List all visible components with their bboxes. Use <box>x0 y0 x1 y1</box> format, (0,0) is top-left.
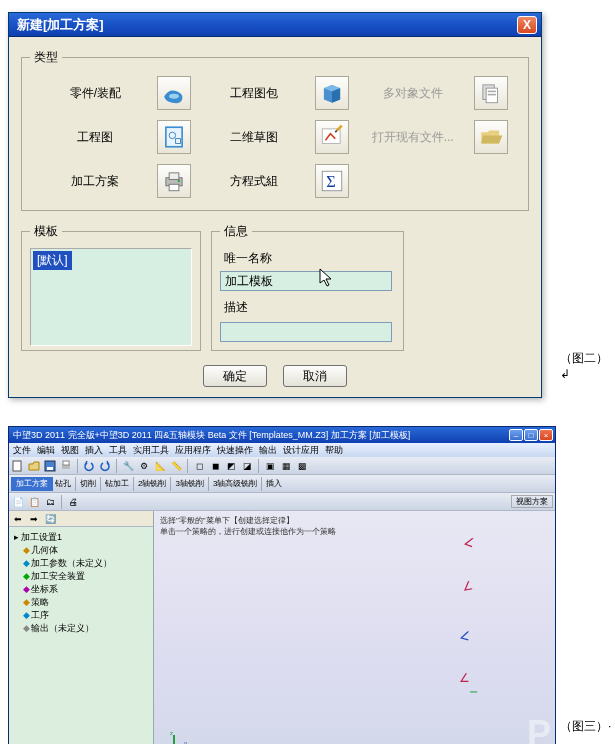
sketch2d-icon-button[interactable] <box>315 120 349 154</box>
tree-item[interactable]: ◆加工安全装置 <box>11 570 151 583</box>
sketch-icon <box>319 124 345 150</box>
left-toolbar: ⬅ ➡ 🔄 <box>9 511 153 527</box>
view1-icon[interactable]: ◻ <box>192 459 206 473</box>
close-button[interactable]: X <box>517 16 537 34</box>
unique-name-input[interactable] <box>220 271 392 291</box>
tool3-icon[interactable]: 📐 <box>153 459 167 473</box>
feature-tree[interactable]: ▸加工设置1 ◆几何体 ◆加工参数（未定义） ◆加工安全装置 ◆坐标系 ◆策略 … <box>9 527 153 744</box>
sigma-icon: Σ <box>319 168 345 194</box>
left-panel: ⬅ ➡ 🔄 ▸加工设置1 ◆几何体 ◆加工参数（未定义） ◆加工安全装置 ◆坐标… <box>9 511 154 744</box>
tree-item[interactable]: ◆输出（未定义） <box>11 622 151 635</box>
tab-drill[interactable]: 钻孔 <box>55 478 71 489</box>
tool-icon[interactable]: 🔧 <box>121 459 135 473</box>
lt-icon-2[interactable]: ➡ <box>27 512 41 526</box>
tab-2axis[interactable]: 2轴铣削 <box>138 478 166 489</box>
new-dialog: 新建[加工方案] X 类型 零件/装配 工程图包 多对象文件 <box>8 12 542 398</box>
menu-edit[interactable]: 编辑 <box>37 444 55 457</box>
tab-drill2[interactable]: 钻加工 <box>105 478 129 489</box>
app-title: 中望3D 2011 完全版+中望3D 2011 四&五轴模块 Beta 文件 [… <box>13 429 410 442</box>
template-list[interactable]: [默认] <box>30 248 192 346</box>
toolbar-main: 🔧 ⚙ 📐 📏 ◻ ◼ ◩ ◪ ▣ ▦ ▩ <box>9 457 555 475</box>
cube3-icon[interactable]: ▩ <box>295 459 309 473</box>
view4-icon[interactable]: ◪ <box>240 459 254 473</box>
svg-rect-19 <box>63 461 69 465</box>
sheet-icon <box>161 124 187 150</box>
open-existing-icon-button[interactable] <box>474 120 508 154</box>
tree-root[interactable]: ▸加工设置1 <box>11 531 151 544</box>
dialog-titlebar[interactable]: 新建[加工方案] X <box>9 13 541 37</box>
viewport-hint: 选择"零般的"菜单下【创建选择定律】 单击一个策略的，进行创建或连接他作为一个策… <box>160 515 336 537</box>
app-titlebar[interactable]: 中望3D 2011 完全版+中望3D 2011 四&五轴模块 Beta 文件 [… <box>9 427 555 443</box>
description-input[interactable] <box>220 322 392 342</box>
tree-item[interactable]: ◆策略 <box>11 596 151 609</box>
tab-insert[interactable]: 插入 <box>266 478 282 489</box>
cube2-icon[interactable]: ▦ <box>279 459 293 473</box>
tab-3axis-adv[interactable]: 3轴高级铣削 <box>213 478 257 489</box>
sec-icon-2[interactable]: 📋 <box>27 495 41 509</box>
minimize-button[interactable]: – <box>509 429 523 441</box>
view3-icon[interactable]: ◩ <box>224 459 238 473</box>
printer-icon <box>161 168 187 194</box>
tool2-icon[interactable]: ⚙ <box>137 459 151 473</box>
machining-icon-button[interactable] <box>157 164 191 198</box>
app-close-button[interactable]: × <box>539 429 553 441</box>
equation-icon-button[interactable]: Σ <box>315 164 349 198</box>
menu-tools[interactable]: 工具 <box>109 444 127 457</box>
dialog-title: 新建[加工方案] <box>17 16 104 34</box>
watermark: P <box>527 713 549 744</box>
sec-icon-4[interactable]: 🖨 <box>66 495 80 509</box>
cube1-icon[interactable]: ▣ <box>263 459 277 473</box>
tree-item[interactable]: ◆加工参数（未定义） <box>11 557 151 570</box>
template-legend: 模板 <box>30 223 62 240</box>
tree-item[interactable]: ◆坐标系 <box>11 583 151 596</box>
axis-marker-icon: ∠ <box>459 671 470 685</box>
files-icon <box>478 80 504 106</box>
info-group: 信息 唯一名称 描述 <box>211 223 404 351</box>
menu-insert[interactable]: 插入 <box>85 444 103 457</box>
redo-icon[interactable] <box>98 459 112 473</box>
menu-file[interactable]: 文件 <box>13 444 31 457</box>
sec-label[interactable]: 视图方案 <box>511 495 553 508</box>
lt-icon-3[interactable]: 🔄 <box>43 512 57 526</box>
menu-app[interactable]: 应用程序 <box>175 444 211 457</box>
part-icon-button[interactable] <box>157 76 191 110</box>
tab-3axis[interactable]: 3轴铣削 <box>175 478 203 489</box>
menu-design[interactable]: 设计应用 <box>283 444 319 457</box>
menu-view[interactable]: 视图 <box>61 444 79 457</box>
tree-item[interactable]: ◆几何体 <box>11 544 151 557</box>
print-icon[interactable] <box>59 459 73 473</box>
menu-quick[interactable]: 快速操作 <box>217 444 253 457</box>
viewport[interactable]: 选择"零般的"菜单下【创建选择定律】 单击一个策略的，进行创建或连接他作为一个策… <box>154 511 555 744</box>
view2-icon[interactable]: ◼ <box>208 459 222 473</box>
template-group: 模板 [默认] <box>21 223 201 351</box>
template-item-default[interactable]: [默认] <box>33 251 72 270</box>
save-icon[interactable] <box>43 459 57 473</box>
open-icon[interactable] <box>27 459 41 473</box>
menu-output[interactable]: 输出 <box>259 444 277 457</box>
axis-marker-icon: ∠ <box>458 628 472 644</box>
folder-open-icon <box>478 124 504 150</box>
menu-util[interactable]: 实用工具 <box>133 444 169 457</box>
svg-rect-17 <box>47 467 53 470</box>
lt-icon-1[interactable]: ⬅ <box>11 512 25 526</box>
svg-point-12 <box>177 180 179 182</box>
menu-help[interactable]: 帮助 <box>325 444 343 457</box>
sec-icon-3[interactable]: 🗂 <box>43 495 57 509</box>
multi-file-icon-button[interactable] <box>474 76 508 110</box>
info-legend: 信息 <box>220 223 252 240</box>
maximize-button[interactable]: □ <box>524 429 538 441</box>
sec-icon-1[interactable]: 📄 <box>11 495 25 509</box>
svg-rect-15 <box>13 461 21 471</box>
new-icon[interactable] <box>11 459 25 473</box>
axis-marker-icon: ∠ <box>462 534 477 551</box>
ok-button[interactable]: 确定 <box>203 365 267 387</box>
tab-cut[interactable]: 切削 <box>80 478 96 489</box>
tool4-icon[interactable]: 📏 <box>169 459 183 473</box>
drawing-pkg-icon-button[interactable] <box>315 76 349 110</box>
tab-machining[interactable]: 加工方案 <box>11 477 53 491</box>
undo-icon[interactable] <box>82 459 96 473</box>
cancel-button[interactable]: 取消 <box>283 365 347 387</box>
tree-item[interactable]: ◆工序 <box>11 609 151 622</box>
svg-rect-4 <box>488 94 496 96</box>
drawing-icon-button[interactable] <box>157 120 191 154</box>
